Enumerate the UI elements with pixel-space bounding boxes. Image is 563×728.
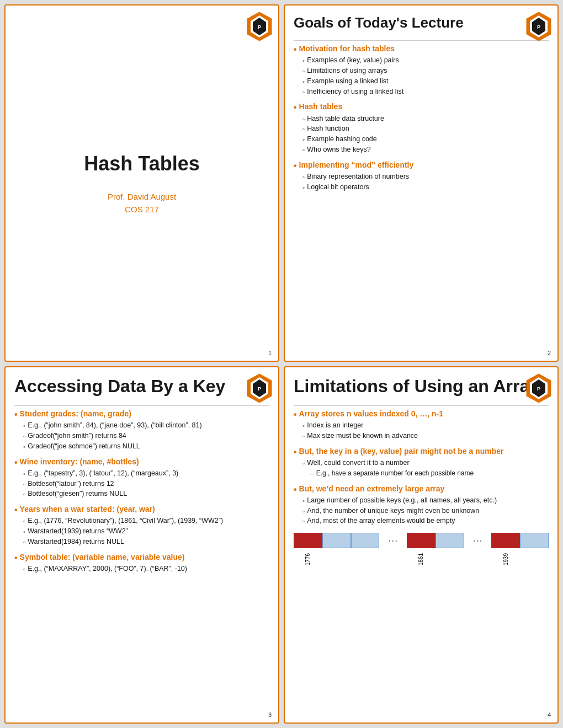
slide2-ht-sub-1: Hash table data structure — [302, 115, 549, 124]
slide2-sub-2: Limitations of using arrays — [302, 67, 549, 76]
year-label-empty-2 — [350, 549, 379, 569]
slide2-number: 2 — [548, 350, 551, 356]
slide4-content: Array stores n values indexed 0, …, n-1 … — [294, 409, 549, 569]
array-cell-empty-4 — [520, 533, 549, 548]
slide2-sub-1: Examples of (key, value) pairs — [302, 56, 549, 66]
slide3-section-symbol: Symbol table: (variable name, variable v… — [14, 553, 269, 574]
slide4-array-1: Index is an integer — [302, 421, 549, 431]
slide2-bullet-motivation: Motivation for hash tables — [294, 44, 549, 55]
slide4-notnum-sub-1: E.g., have a separate number for each po… — [310, 469, 549, 479]
year-label-empty-3 — [435, 549, 464, 569]
array-cell-empty-2 — [351, 533, 380, 548]
year-label-empty-4 — [520, 549, 549, 569]
svg-text:P: P — [258, 24, 261, 30]
slide3-bullet-wine: Wine inventory: (name, #bottles) — [14, 457, 269, 468]
slide4-title: Limitations of Using an Array — [294, 376, 549, 397]
slide4-bullet-array: Array stores n values indexed 0, …, n-1 — [294, 409, 549, 420]
princeton-logo-3: P — [246, 373, 273, 399]
year-label-1776: 1776 — [294, 549, 322, 569]
slide2-content: Motivation for hash tables Examples of (… — [294, 44, 549, 198]
slide2-section-mod: Implementing “mod” efficiently Binary re… — [294, 160, 549, 192]
slide3-wars-2: Warstarted(1939) returns “WW2” — [23, 527, 269, 537]
slide3-wine-3: Bottlesof(“giesen”) returns NULL — [23, 490, 269, 499]
slide-2: P Goals of Today's Lecture Motivation fo… — [284, 4, 559, 362]
array-visualization: ··· ··· 1776 1861 1939 — [294, 533, 549, 569]
slide3-section-wine: Wine inventory: (name, #bottles) E.g., (… — [14, 457, 269, 500]
slide2-bullet-hashtables: Hash tables — [294, 102, 549, 113]
slide3-content: Student grades: (name, grade) E.g., (“jo… — [14, 409, 269, 580]
slide4-notnum-1: Well, could convert it to a number — [302, 459, 549, 468]
slide2-ht-sub-3: Example hashing code — [302, 135, 549, 144]
svg-text:P: P — [537, 386, 540, 392]
svg-text:P: P — [258, 386, 261, 392]
slide4-bullet-large: But, we’d need an extremely large array — [294, 484, 549, 495]
slide2-ht-sub-2: Hash function — [302, 125, 549, 134]
array-dots-1: ··· — [379, 533, 407, 548]
slide3-grades-2: Gradeof(“john smith”) returns 84 — [23, 432, 269, 441]
array-cell-1861 — [407, 533, 435, 548]
slide3-bullet-symbol: Symbol table: (variable name, variable v… — [14, 553, 269, 563]
slide3-grades-1: E.g., (“john smith”, 84), (“jane doe”, 9… — [23, 421, 269, 431]
slide3-number: 3 — [268, 711, 272, 718]
slide2-ht-sub-4: Who owns the keys? — [302, 146, 549, 155]
slide2-mod-sub-2: Logical bit operators — [302, 183, 549, 192]
array-cells: ··· ··· — [294, 533, 549, 548]
slide3-wine-2: Bottlesof(“latour”) returns 12 — [23, 480, 269, 489]
array-cell-empty-1 — [322, 533, 351, 548]
year-label-1939: 1939 — [492, 549, 520, 569]
slide4-number: 4 — [548, 711, 551, 718]
year-label-dots-2 — [464, 549, 492, 569]
slide-4: P Limitations of Using an Array Array st… — [284, 366, 559, 724]
year-label-dots-1 — [379, 549, 407, 569]
slide4-large-1: Large number of possible keys (e.g., all… — [302, 496, 549, 506]
slide2-mod-sub-1: Binary representation of numbers — [302, 173, 549, 182]
slide1-title: Hash Tables — [84, 152, 199, 175]
slide2-sub-3: Example using a linked list — [302, 77, 549, 87]
array-cell-empty-3 — [435, 533, 464, 548]
slide3-wine-1: E.g., (“tapestry”, 3), (“latour”, 12), (… — [23, 469, 269, 479]
slide-3: P Accessing Data By a Key Student grades… — [4, 366, 279, 724]
slide3-wars-3: Warstarted(1984) returns NULL — [23, 538, 269, 547]
array-cell-1939 — [491, 533, 520, 548]
slide2-section-hashtables: Hash tables Hash table data structure Ha… — [294, 102, 549, 154]
princeton-logo-1: P — [246, 11, 273, 38]
slide2-title: Goals of Today's Lecture — [294, 14, 549, 31]
slide4-section-large: But, we’d need an extremely large array … — [294, 484, 549, 527]
array-dots-2: ··· — [464, 533, 492, 548]
array-cell-1776 — [294, 533, 322, 548]
slide4-large-3: And, most of the array elements would be… — [302, 517, 549, 526]
slide3-section-wars: Years when a war started: (year, war) E.… — [14, 505, 269, 547]
slide4-section-notnum: But, the key in a (key, value) pair migh… — [294, 447, 549, 479]
svg-text:P: P — [537, 24, 540, 30]
slide1-number: 1 — [268, 350, 272, 356]
slide2-section-motivation: Motivation for hash tables Examples of (… — [294, 44, 549, 97]
slide3-wars-1: E.g., (1776, “Revolutionary”), (1861, “C… — [23, 517, 269, 526]
slide3-bullet-wars: Years when a war started: (year, war) — [14, 505, 269, 515]
slide1-course: COS 217 — [125, 205, 159, 214]
slide1-professor: Prof. David August — [108, 192, 176, 201]
slide4-large-2: And, the number of unique keys might eve… — [302, 507, 549, 516]
year-label-1861: 1861 — [407, 549, 435, 569]
slide3-bullet-grades: Student grades: (name, grade) — [14, 409, 269, 420]
slide-1: P Hash Tables Prof. David August COS 217… — [4, 4, 279, 362]
slide2-bullet-mod: Implementing “mod” efficiently — [294, 160, 549, 171]
slide3-title: Accessing Data By a Key — [14, 376, 269, 397]
princeton-logo-4: P — [525, 373, 552, 399]
slide4-section-array: Array stores n values indexed 0, …, n-1 … — [294, 409, 549, 441]
slide3-symbol-1: E.g., (“MAXARRAY”, 2000), (“FOO”, 7), (“… — [23, 565, 269, 574]
year-label-empty-1 — [322, 549, 350, 569]
slide4-bullet-notnum: But, the key in a (key, value) pair migh… — [294, 447, 549, 457]
array-year-labels: 1776 1861 1939 — [294, 549, 549, 569]
slide2-sub-4: Inefficiency of using a linked list — [302, 88, 549, 97]
princeton-logo-2: P — [525, 11, 552, 38]
slide4-array-2: Max size must be known in advance — [302, 432, 549, 441]
slide3-grades-3: Gradeof(“joe schmoe”) returns NULL — [23, 442, 269, 452]
slide3-section-grades: Student grades: (name, grade) E.g., (“jo… — [14, 409, 269, 452]
